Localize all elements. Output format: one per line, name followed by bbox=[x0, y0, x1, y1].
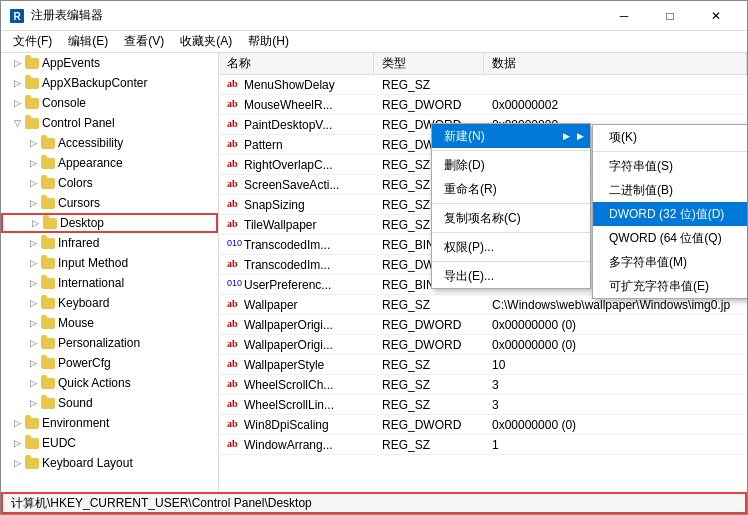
table-row[interactable]: ab MouseWheelR... REG_DWORD 0x00000002 bbox=[219, 95, 747, 115]
expand-icon-infrared: ▷ bbox=[25, 235, 41, 251]
tree-item-keyboard[interactable]: ▷ Keyboard bbox=[1, 293, 218, 313]
table-row[interactable]: ab WindowArrang... REG_SZ 1 bbox=[219, 435, 747, 455]
reg-icon-7: ab bbox=[227, 218, 241, 232]
tree-label-keyboardlayout: Keyboard Layout bbox=[42, 456, 133, 470]
cell-name-15: ab WheelScrollCh... bbox=[219, 377, 374, 393]
table-row[interactable]: ab WallpaperStyle REG_SZ 10 bbox=[219, 355, 747, 375]
tree-label-appevents: AppEvents bbox=[42, 56, 100, 70]
tree-item-controlpanel[interactable]: ▽ Control Panel bbox=[1, 113, 218, 133]
tree-item-cursors[interactable]: ▷ Cursors bbox=[1, 193, 218, 213]
submenu-sz[interactable]: 字符串值(S) bbox=[593, 154, 747, 178]
context-menu-new[interactable]: 新建(N) ▶ bbox=[432, 124, 590, 148]
folder-icon-keyboard bbox=[41, 298, 55, 309]
menu-view[interactable]: 查看(V) bbox=[116, 31, 172, 52]
tree-label-international: International bbox=[58, 276, 124, 290]
close-button[interactable]: ✕ bbox=[693, 1, 739, 31]
tree-item-keyboardlayout[interactable]: ▷ Keyboard Layout bbox=[1, 453, 218, 473]
submenu-divider-1 bbox=[593, 151, 747, 152]
app-icon: R bbox=[9, 8, 25, 24]
tree-item-colors[interactable]: ▷ Colors bbox=[1, 173, 218, 193]
cell-name-10: 010 UserPreferenc... bbox=[219, 277, 374, 293]
table-row[interactable]: ab WallpaperOrigi... REG_DWORD 0x0000000… bbox=[219, 335, 747, 355]
cell-data-17: 0x00000000 (0) bbox=[484, 417, 747, 433]
reg-icon-12: ab bbox=[227, 318, 241, 332]
table-row[interactable]: ab WheelScrollCh... REG_SZ 3 bbox=[219, 375, 747, 395]
tree-item-environment[interactable]: ▷ Environment bbox=[1, 413, 218, 433]
tree-item-infrared[interactable]: ▷ Infrared bbox=[1, 233, 218, 253]
tree-label-powercfg: PowerCfg bbox=[58, 356, 111, 370]
tree-item-powercfg[interactable]: ▷ PowerCfg bbox=[1, 353, 218, 373]
folder-icon-environment bbox=[25, 418, 39, 429]
reg-icon-14: ab bbox=[227, 358, 241, 372]
tree-label-cursors: Cursors bbox=[58, 196, 100, 210]
context-menu-delete[interactable]: 删除(D) bbox=[432, 153, 590, 177]
tree-label-sound: Sound bbox=[58, 396, 93, 410]
cell-type-0: REG_SZ bbox=[374, 77, 484, 93]
reg-icon-18: ab bbox=[227, 438, 241, 452]
table-row[interactable]: ab WheelScrollLin... REG_SZ 3 bbox=[219, 395, 747, 415]
expand-icon-keyboard: ▷ bbox=[25, 295, 41, 311]
tree-item-personalization[interactable]: ▷ Personalization bbox=[1, 333, 218, 353]
cell-type-18: REG_SZ bbox=[374, 437, 484, 453]
expand-icon-personalization: ▷ bbox=[25, 335, 41, 351]
table-row[interactable]: ab Win8DpiScaling REG_DWORD 0x00000000 (… bbox=[219, 415, 747, 435]
submenu-expsz[interactable]: 可扩充字符串值(E) bbox=[593, 274, 747, 298]
maximize-button[interactable]: □ bbox=[647, 1, 693, 31]
folder-icon-inputmethod bbox=[41, 258, 55, 269]
submenu-multisz[interactable]: 多字符串值(M) bbox=[593, 250, 747, 274]
window-title: 注册表编辑器 bbox=[31, 7, 103, 24]
tree-item-desktop[interactable]: ▷ Desktop bbox=[1, 213, 218, 233]
expand-icon-mouse: ▷ bbox=[25, 315, 41, 331]
table-row[interactable]: ab MenuShowDelay REG_SZ bbox=[219, 75, 747, 95]
context-menu-permissions[interactable]: 权限(P)... bbox=[432, 235, 590, 259]
tree-item-mouse[interactable]: ▷ Mouse bbox=[1, 313, 218, 333]
context-menu-copy-label: 复制项名称(C) bbox=[444, 210, 521, 227]
minimize-button[interactable]: ─ bbox=[601, 1, 647, 31]
context-menu-export[interactable]: 导出(E)... bbox=[432, 264, 590, 288]
submenu-dword[interactable]: DWORD (32 位)值(D) bbox=[593, 202, 747, 226]
cell-name-17: ab Win8DpiScaling bbox=[219, 417, 374, 433]
menu-edit[interactable]: 编辑(E) bbox=[60, 31, 116, 52]
context-menu-rename[interactable]: 重命名(R) bbox=[432, 177, 590, 201]
folder-icon-eudc bbox=[25, 438, 39, 449]
tree-item-appxbackup[interactable]: ▷ AppXBackupConter bbox=[1, 73, 218, 93]
tree-item-quickactions[interactable]: ▷ Quick Actions bbox=[1, 373, 218, 393]
tree-label-appearance: Appearance bbox=[58, 156, 123, 170]
folder-icon-accessibility bbox=[41, 138, 55, 149]
expand-icon-colors: ▷ bbox=[25, 175, 41, 191]
tree-item-appevents[interactable]: ▷ AppEvents bbox=[1, 53, 218, 73]
cell-data-14: 10 bbox=[484, 357, 747, 373]
tree-label-eudc: EUDC bbox=[42, 436, 76, 450]
submenu-qword[interactable]: QWORD (64 位值(Q) bbox=[593, 226, 747, 250]
expand-icon-desktop: ▷ bbox=[27, 215, 43, 231]
folder-icon-console bbox=[25, 98, 39, 109]
cell-data-0 bbox=[484, 84, 747, 86]
submenu-key[interactable]: 项(K) bbox=[593, 125, 747, 149]
reg-icon-13: ab bbox=[227, 338, 241, 352]
expand-icon-inputmethod: ▷ bbox=[25, 255, 41, 271]
menu-file[interactable]: 文件(F) bbox=[5, 31, 60, 52]
title-bar: R 注册表编辑器 ─ □ ✕ bbox=[1, 1, 747, 31]
tree-item-international[interactable]: ▷ International bbox=[1, 273, 218, 293]
menu-bar: 文件(F) 编辑(E) 查看(V) 收藏夹(A) 帮助(H) bbox=[1, 31, 747, 53]
submenu-expsz-label: 可扩充字符串值(E) bbox=[609, 278, 709, 295]
context-menu-permissions-label: 权限(P)... bbox=[444, 239, 494, 256]
tree-item-accessibility[interactable]: ▷ Accessibility bbox=[1, 133, 218, 153]
cell-name-16: ab WheelScrollLin... bbox=[219, 397, 374, 413]
tree-label-inputmethod: Input Method bbox=[58, 256, 128, 270]
submenu-arrow-icon: ▶ bbox=[563, 131, 570, 141]
expand-icon-accessibility: ▷ bbox=[25, 135, 41, 151]
tree-item-inputmethod[interactable]: ▷ Input Method bbox=[1, 253, 218, 273]
tree-item-sound[interactable]: ▷ Sound bbox=[1, 393, 218, 413]
tree-item-eudc[interactable]: ▷ EUDC bbox=[1, 433, 218, 453]
table-row[interactable]: ab WallpaperOrigi... REG_DWORD 0x0000000… bbox=[219, 315, 747, 335]
tree-item-console[interactable]: ▷ Console bbox=[1, 93, 218, 113]
context-menu-copy[interactable]: 复制项名称(C) bbox=[432, 206, 590, 230]
tree-label-controlpanel: Control Panel bbox=[42, 116, 115, 130]
main-content: ▷ AppEvents ▷ AppXBackupConter ▷ Console… bbox=[1, 53, 747, 492]
menu-help[interactable]: 帮助(H) bbox=[240, 31, 297, 52]
menu-favorites[interactable]: 收藏夹(A) bbox=[172, 31, 240, 52]
title-controls: ─ □ ✕ bbox=[601, 1, 739, 31]
tree-item-appearance[interactable]: ▷ Appearance bbox=[1, 153, 218, 173]
submenu-binary[interactable]: 二进制值(B) bbox=[593, 178, 747, 202]
